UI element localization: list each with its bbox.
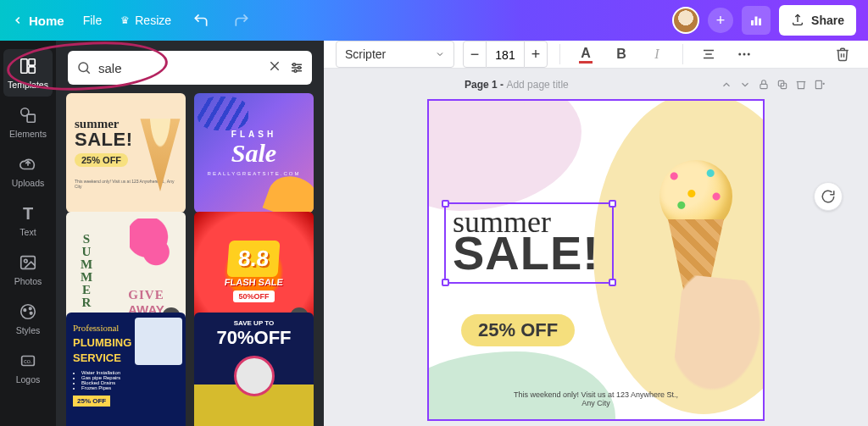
trash-icon	[835, 47, 850, 62]
page-down-button[interactable]	[736, 75, 754, 94]
clear-search-button[interactable]	[268, 59, 281, 77]
plumber-photo	[135, 318, 182, 365]
template-text: SAVE UP TO	[234, 319, 275, 327]
align-button[interactable]	[695, 41, 722, 68]
home-label: Home	[29, 14, 64, 28]
add-page-button[interactable]	[810, 75, 829, 94]
template-text: PLUMBING	[73, 336, 131, 349]
document-canvas[interactable]: summer SALE! 25% OFF This weekend only! …	[427, 99, 765, 421]
canvas-zone: Scripter − 181 + A B I	[324, 41, 868, 426]
text-icon: T	[18, 203, 38, 224]
canvas-stage[interactable]: summer SALE! 25% OFF This weekend only! …	[324, 97, 868, 426]
svg-rect-6	[29, 67, 35, 73]
rail-logos[interactable]: co. Logos	[3, 344, 53, 391]
text-color-button[interactable]: A	[572, 41, 599, 68]
home-button[interactable]: Home	[12, 14, 64, 28]
redo-button[interactable]	[231, 9, 253, 31]
template-card[interactable]: summer SALE! 25% OFF This weekend only! …	[66, 93, 186, 213]
font-select[interactable]: Scripter	[336, 41, 454, 68]
main-area: Templates Elements Uploads T Text Photos	[0, 41, 868, 426]
resize-handle[interactable]	[609, 279, 616, 286]
selected-text-group[interactable]: summer SALE!	[444, 202, 614, 284]
font-size-increase[interactable]: +	[524, 41, 548, 68]
svg-point-14	[30, 313, 32, 315]
rail-photos[interactable]: Photos	[3, 246, 53, 293]
photos-icon	[18, 252, 38, 273]
page-up-button[interactable]	[717, 75, 736, 94]
rail-label: Templates	[8, 80, 48, 90]
resize-handle[interactable]	[442, 279, 449, 286]
svg-rect-36	[815, 80, 821, 88]
svg-point-12	[24, 309, 26, 312]
delete-page-button[interactable]	[792, 75, 810, 94]
template-text: 50%OFF	[233, 290, 274, 302]
rail-text[interactable]: T Text	[3, 196, 53, 244]
bold-button[interactable]: B	[608, 41, 635, 68]
avatar[interactable]	[672, 7, 699, 34]
add-member-button[interactable]: +	[708, 8, 733, 33]
redo-icon	[233, 12, 250, 29]
svg-point-30	[738, 53, 741, 56]
rail-uploads[interactable]: Uploads	[3, 147, 53, 195]
template-card[interactable]: FLASH Sale REALLYGREATSITE.COM	[194, 93, 314, 213]
svg-text:co.: co.	[24, 357, 32, 365]
page-title-input[interactable]: Add page title	[506, 79, 568, 91]
rail-label: Elements	[9, 129, 47, 139]
plus-icon: +	[716, 12, 726, 30]
svg-point-24	[293, 64, 296, 66]
crown-icon: ♛	[120, 14, 130, 26]
template-card[interactable]: SAVE UP TO 70%OFF	[194, 313, 314, 426]
styles-icon	[18, 302, 38, 322]
copy-icon	[776, 79, 788, 91]
search-input[interactable]	[98, 61, 261, 75]
ice-cream-graphic[interactable]	[622, 160, 758, 406]
undo-button[interactable]	[190, 9, 212, 31]
tool-rail: Templates Elements Uploads T Text Photos	[0, 41, 56, 426]
font-size-decrease[interactable]: −	[463, 41, 487, 68]
svg-line-18	[86, 70, 89, 73]
template-text: SALE!	[75, 131, 133, 148]
duplicate-page-button[interactable]	[773, 75, 792, 94]
canvas-text[interactable]: SALE!	[453, 230, 605, 277]
chevron-up-icon	[721, 79, 732, 91]
resync-button[interactable]	[814, 182, 843, 211]
share-button[interactable]: Share	[779, 5, 856, 36]
template-text: 8.8	[237, 246, 270, 271]
rail-elements[interactable]: Elements	[3, 98, 53, 146]
ice-cream-graphic	[136, 98, 184, 191]
resize-handle[interactable]	[609, 200, 616, 207]
svg-rect-1	[755, 17, 758, 26]
template-card[interactable]: Professional PLUMBING SERVICE Water Inst…	[66, 313, 186, 426]
rail-label: Styles	[16, 325, 41, 335]
rail-styles[interactable]: Styles	[3, 295, 53, 342]
svg-rect-9	[21, 257, 36, 269]
svg-point-17	[79, 63, 88, 72]
insights-button[interactable]	[742, 6, 771, 35]
template-text: FLASH	[231, 130, 276, 139]
upload-icon	[791, 14, 804, 27]
file-menu[interactable]: File	[83, 14, 103, 27]
resize-handle[interactable]	[442, 200, 449, 207]
template-text: 70%OFF	[216, 327, 291, 349]
resize-menu[interactable]: ♛ Resize	[120, 14, 171, 27]
search-row	[56, 41, 324, 93]
share-label: Share	[811, 14, 844, 27]
canvas-badge[interactable]: 25% OFF	[461, 314, 575, 346]
lock-page-button[interactable]	[754, 75, 773, 94]
filter-button[interactable]	[288, 59, 305, 76]
italic-button[interactable]: I	[643, 41, 670, 68]
svg-rect-8	[27, 114, 35, 122]
template-badge: 25% OFF	[73, 396, 110, 407]
more-button[interactable]	[731, 41, 758, 68]
template-text: Professional	[73, 323, 119, 333]
logos-icon: co.	[18, 351, 38, 371]
search-box[interactable]	[68, 51, 312, 85]
canvas-footer-text[interactable]: This weekend only! Visit us at 123 Anywh…	[511, 390, 681, 407]
svg-point-31	[743, 53, 746, 56]
delete-button[interactable]	[829, 41, 856, 68]
rail-templates[interactable]: Templates	[3, 49, 53, 97]
template-photo	[234, 356, 275, 396]
font-size-value[interactable]: 181	[487, 41, 524, 68]
template-badge: 25% OFF	[75, 153, 128, 167]
chevron-down-icon	[435, 49, 445, 59]
